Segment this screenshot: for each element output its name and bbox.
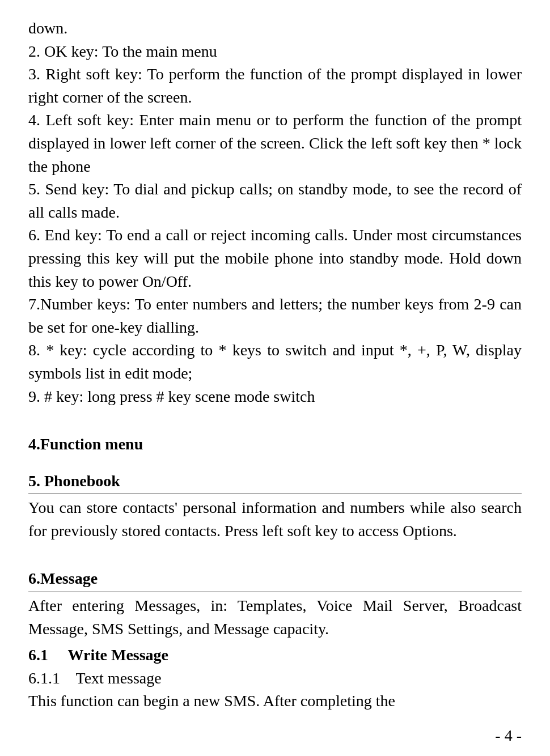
main-content: down. 2. OK key: To the main menu 3. Rig… [28,17,522,713]
text-message-sub: 6.1.1 Text message [28,667,522,690]
item-5: 5. Send key: To dial and pickup calls; o… [28,178,522,224]
item-7: 7.Number keys: To enter numbers and lett… [28,293,522,339]
intro-text: down. [28,17,522,40]
phonebook-divider [28,494,522,494]
item-6: 6. End key: To end a call or reject inco… [28,224,522,293]
item-3: 3. Right soft key: To perform the functi… [28,63,522,109]
message-content: After entering Messages, in: Templates, … [28,594,522,640]
item-list: 2. OK key: To the main menu 3. Right sof… [28,40,522,409]
phonebook-content: You can store contacts' personal informa… [28,496,522,542]
item-9: 9. # key: long press # key scene mode sw… [28,385,522,409]
item-2: 2. OK key: To the main menu [28,40,522,63]
write-message-heading: 6.1 Write Message [28,644,522,667]
phonebook-heading: 5. Phonebook [28,470,522,493]
item-8: 8. * key: cycle according to * keys to s… [28,339,522,385]
function-menu-heading: 4.Function menu [28,433,522,456]
message-divider [28,592,522,592]
page-number: - 4 - [495,727,522,745]
text-message-content: This function can begin a new SMS. After… [28,690,522,713]
gap-1 [28,408,522,419]
message-heading: 6.Message [28,567,522,591]
item-4: 4. Left soft key: Enter main menu or to … [28,109,522,178]
gap-2 [28,542,522,554]
